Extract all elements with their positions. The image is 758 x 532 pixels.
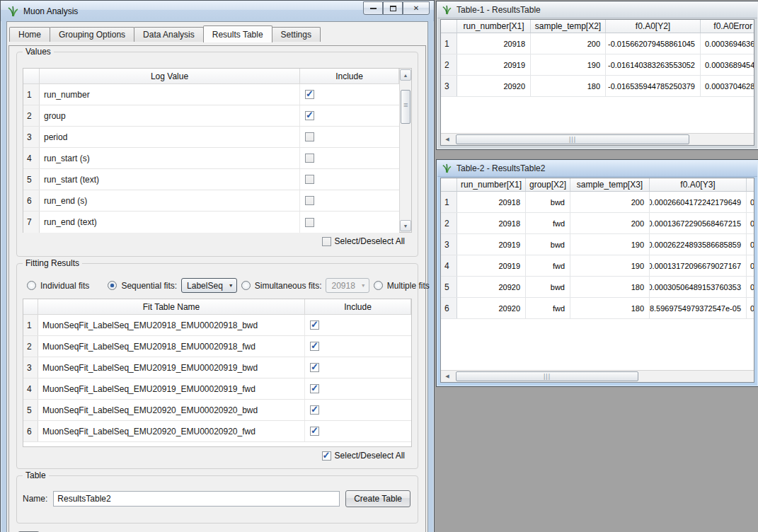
fit-type-options: Individual fits Sequential fits: LabelSe… [23, 267, 412, 299]
scroll-left-icon[interactable]: ◀ [442, 371, 453, 382]
maximize-button[interactable] [383, 1, 403, 15]
include-checkbox[interactable] [305, 175, 314, 184]
results-table-panel: Values Log Value Include 1 run_number [8, 45, 426, 532]
include-checkbox[interactable] [310, 363, 319, 372]
values-select-all-row: Select/Deselect All [23, 233, 412, 253]
include-checkbox[interactable] [305, 196, 314, 205]
include-checkbox[interactable] [310, 320, 319, 330]
muon-analysis-window: Muon Analysis ✕ Home Grouping Options Da… [0, 0, 435, 532]
minimize-button[interactable] [363, 1, 383, 15]
column-header[interactable]: group[X2] [526, 178, 570, 191]
fitting-results-groupbox: Fitting Results Individual fits Sequenti… [16, 263, 418, 469]
table-groupbox: Table Name: Create Table [16, 475, 418, 524]
values-groupbox: Values Log Value Include 1 run_number [16, 52, 418, 257]
table1-title-bar[interactable]: Table-1 - ResultsTable [437, 2, 757, 18]
table-row[interactable]: 2 MuonSeqFit_LabelSeq_EMU20918_EMU000209… [23, 336, 411, 357]
column-header[interactable] [747, 178, 754, 191]
fit-table-name-column-header[interactable]: Fit Table Name [38, 299, 305, 314]
select-all-checkbox[interactable] [322, 451, 331, 461]
window-title: Table-1 - ResultsTable [456, 5, 541, 15]
table-row[interactable]: 3 period [23, 127, 399, 148]
scroll-up-icon[interactable]: ▲ [400, 69, 411, 81]
include-checkbox[interactable] [305, 154, 314, 163]
table-name-input[interactable] [53, 491, 340, 507]
include-column-header[interactable]: Include [305, 299, 411, 314]
tab-grouping-options[interactable]: Grouping Options [50, 27, 134, 42]
simultaneous-fits-radio[interactable] [241, 281, 251, 290]
simultaneous-fit-combobox: 20918 ▼ [326, 278, 369, 293]
table-row[interactable]: 1 MuonSeqFit_LabelSeq_EMU20918_EMU000209… [23, 315, 411, 336]
table-row[interactable]: 1 20918 bwd 200 0.00026604172242179649 0 [441, 192, 754, 213]
table2-title-bar[interactable]: Table-2 - ResultsTable2 [437, 161, 757, 177]
include-checkbox[interactable] [305, 218, 314, 227]
column-header[interactable]: f0.A0[Y3] [650, 178, 747, 191]
scroll-left-icon[interactable]: ◀ [442, 134, 453, 145]
individual-fits-label: Individual fits [40, 281, 89, 291]
maximize-icon [390, 6, 396, 11]
scrollbar-thumb[interactable] [456, 134, 689, 144]
include-checkbox[interactable] [305, 90, 314, 99]
table2-body: run_number[X1] group[X2] sample_temp[X3]… [440, 178, 754, 383]
include-checkbox[interactable] [310, 405, 319, 415]
table-row[interactable]: 2 20919 190 -0.016140383263553052 0.0003… [441, 54, 754, 76]
create-table-button[interactable]: Create Table [345, 490, 410, 507]
table1-horizontal-scrollbar[interactable]: ◀ [441, 133, 754, 145]
table-row[interactable]: 7 run_end (text) [23, 212, 399, 233]
tab-data-analysis[interactable]: Data Analysis [134, 27, 204, 42]
multiple-fits-radio[interactable] [374, 281, 383, 290]
table-row[interactable]: 4 MuonSeqFit_LabelSeq_EMU20919_EMU000209… [23, 378, 411, 400]
scrollbar-thumb[interactable] [401, 90, 410, 124]
table-row[interactable]: 6 20920 fwd 180 8.5969754979372547e-05 0 [441, 298, 754, 319]
table-row[interactable]: 2 group [23, 105, 399, 127]
include-checkbox[interactable] [310, 384, 319, 393]
tab-results-table[interactable]: Results Table [203, 25, 272, 42]
column-header[interactable]: run_number[X1] [457, 178, 526, 191]
mantid-icon [442, 5, 452, 15]
sequential-fits-radio[interactable] [108, 281, 117, 290]
table-row[interactable]: 5 20920 bwd 180 0.00030506489153760353 0 [441, 277, 754, 298]
table-row[interactable]: 3 20919 bwd 190 0.00026224893586685859 0 [441, 234, 754, 255]
fit-table-header: Fit Table Name Include [23, 299, 411, 315]
table2-horizontal-scrollbar[interactable]: ◀ [441, 370, 754, 382]
log-value-column-header[interactable]: Log Value [40, 69, 300, 83]
table-row[interactable]: 5 MuonSeqFit_LabelSeq_EMU20920_EMU000209… [23, 400, 411, 421]
tab-settings[interactable]: Settings [272, 27, 321, 42]
close-button[interactable]: ✕ [403, 1, 430, 15]
column-header[interactable]: sample_temp[X3] [570, 178, 650, 191]
individual-fits-radio[interactable] [27, 281, 36, 290]
tab-home[interactable]: Home [9, 27, 50, 42]
muon-client-area: Home Grouping Options Data Analysis Resu… [6, 21, 428, 532]
scrollbar-thumb[interactable] [456, 371, 638, 381]
sequential-fit-combobox[interactable]: LabelSeq ▼ [181, 278, 237, 293]
table1-window: Table-1 - ResultsTable run_number[X1] sa… [436, 1, 758, 150]
table-row[interactable]: 3 MuonSeqFit_LabelSeq_EMU20919_EMU000209… [23, 357, 411, 378]
corner-header-cell [441, 20, 457, 33]
select-all-label: Select/Deselect All [335, 236, 405, 246]
table-row[interactable]: 4 20919 fwd 190 0.00013172096679027167 0 [441, 255, 754, 277]
table-row[interactable]: 3 20920 180 -0.016535944785250379 0.0003… [441, 76, 754, 97]
column-header[interactable]: run_number[X1] [457, 20, 531, 33]
column-header[interactable]: f0.A0Error [701, 20, 754, 33]
table-row[interactable]: 1 run_number [23, 84, 399, 105]
select-all-checkbox[interactable] [322, 237, 331, 246]
include-column-header[interactable]: Include [300, 69, 399, 83]
column-header[interactable]: f0.A0[Y2] [606, 20, 701, 33]
values-group-label: Values [23, 47, 54, 57]
values-vertical-scrollbar[interactable]: ▲ ▼ [399, 69, 411, 232]
fitting-results-group-label: Fitting Results [23, 258, 82, 268]
include-checkbox[interactable] [310, 342, 319, 351]
table-row[interactable]: 5 run_start (text) [23, 169, 399, 190]
table-row[interactable]: 4 run_start (s) [23, 148, 399, 169]
include-checkbox[interactable] [305, 111, 314, 120]
values-table: Log Value Include 1 run_number 2 group [23, 68, 412, 233]
table-row[interactable]: 2 20918 fwd 200 0.00013672290568467215 0 [441, 213, 754, 234]
muon-title-bar[interactable]: Muon Analysis ✕ [1, 1, 434, 21]
table-row[interactable]: 6 MuonSeqFit_LabelSeq_EMU20920_EMU000209… [23, 421, 411, 442]
include-checkbox[interactable] [305, 132, 314, 141]
include-checkbox[interactable] [310, 427, 319, 436]
table1-header-row: run_number[X1] sample_temp[X2] f0.A0[Y2]… [441, 20, 754, 33]
table-row[interactable]: 1 20918 200 -0.015662079458861045 0.0003… [441, 33, 754, 54]
column-header[interactable]: sample_temp[X2] [531, 20, 606, 33]
table-row[interactable]: 6 run_end (s) [23, 190, 399, 212]
scroll-down-icon[interactable]: ▼ [400, 220, 411, 231]
